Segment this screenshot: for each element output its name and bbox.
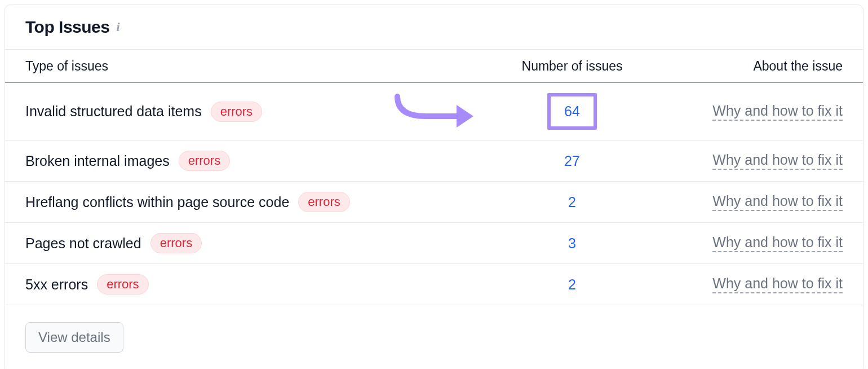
cell-about: Why and how to fix it: [662, 275, 843, 293]
column-header-type: Type of issues: [25, 59, 482, 74]
table-row: 5xx errorserrors2Why and how to fix it: [5, 264, 863, 305]
error-badge: errors: [211, 102, 262, 122]
why-and-how-link[interactable]: Why and how to fix it: [712, 275, 843, 293]
table-header-row: Type of issues Number of issues About th…: [5, 50, 863, 83]
why-and-how-link[interactable]: Why and how to fix it: [712, 193, 843, 211]
cell-about: Why and how to fix it: [662, 103, 843, 121]
issue-count-link[interactable]: 2: [568, 276, 576, 293]
cell-issue-count: 64: [482, 93, 662, 130]
table-row: Pages not crawlederrors3Why and how to f…: [5, 223, 863, 264]
card-header: Top Issues i: [5, 5, 863, 50]
cell-about: Why and how to fix it: [662, 234, 843, 252]
cell-issue-count: 2: [482, 194, 662, 210]
cell-issue-count: 3: [482, 235, 662, 252]
issue-count-link[interactable]: 64: [564, 103, 580, 119]
info-icon[interactable]: i: [116, 20, 119, 34]
table-row: Broken internal imageserrors27Why and ho…: [5, 140, 863, 182]
column-header-number: Number of issues: [482, 59, 662, 74]
issues-rows-container: Invalid structured data itemserrors64 Wh…: [5, 83, 863, 305]
issue-count-link[interactable]: 3: [568, 235, 576, 252]
top-issues-card: Top Issues i Type of issues Number of is…: [5, 5, 863, 369]
cell-issue-type: Broken internal imageserrors: [25, 151, 482, 171]
why-and-how-link[interactable]: Why and how to fix it: [712, 103, 843, 121]
why-and-how-link[interactable]: Why and how to fix it: [712, 234, 843, 252]
cell-issue-count: 27: [482, 153, 662, 169]
error-badge: errors: [298, 192, 349, 212]
issue-count-link[interactable]: 2: [568, 194, 576, 210]
column-header-about: About the issue: [662, 59, 843, 74]
cell-about: Why and how to fix it: [662, 152, 843, 170]
issue-name: Hreflang conflicts within page source co…: [25, 194, 289, 210]
cell-issue-type: Hreflang conflicts within page source co…: [25, 192, 482, 212]
highlight-box: 64: [547, 93, 597, 130]
why-and-how-link[interactable]: Why and how to fix it: [712, 152, 843, 170]
cell-issue-type: Pages not crawlederrors: [25, 233, 482, 253]
cell-about: Why and how to fix it: [662, 193, 843, 211]
table-row: Hreflang conflicts within page source co…: [5, 182, 863, 223]
card-footer: View details: [5, 305, 863, 369]
cell-issue-count: 2: [482, 276, 662, 293]
issue-name: 5xx errors: [25, 276, 88, 293]
cell-issue-type: Invalid structured data itemserrors: [25, 102, 482, 122]
error-badge: errors: [97, 274, 148, 295]
issue-name: Pages not crawled: [25, 235, 141, 252]
issue-count-link[interactable]: 27: [564, 153, 580, 169]
table-row: Invalid structured data itemserrors64 Wh…: [5, 83, 863, 140]
error-badge: errors: [179, 151, 230, 171]
error-badge: errors: [150, 233, 202, 253]
issue-name: Broken internal images: [25, 153, 170, 169]
issue-name: Invalid structured data items: [25, 103, 202, 120]
view-details-button[interactable]: View details: [25, 322, 123, 353]
card-title: Top Issues: [25, 17, 109, 37]
cell-issue-type: 5xx errorserrors: [25, 274, 482, 295]
